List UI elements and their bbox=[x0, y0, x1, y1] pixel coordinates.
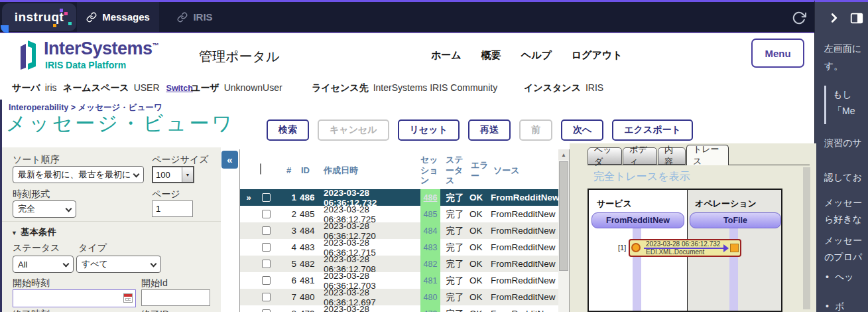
namespace-label: ネームスペース bbox=[63, 82, 129, 93]
row-created: 2023-03-28 06:36:12.725 bbox=[324, 206, 420, 222]
nav-about[interactable]: 概要 bbox=[481, 49, 501, 62]
session-link[interactable]: 483 bbox=[424, 243, 438, 252]
table-scrollbar[interactable]: ▲ bbox=[558, 149, 569, 312]
link-icon bbox=[177, 12, 188, 23]
switch-link[interactable]: Switch bbox=[166, 84, 193, 93]
instruqt-logo[interactable]: instruqt bbox=[2, 3, 76, 31]
row-checkbox[interactable] bbox=[262, 243, 271, 252]
session-link[interactable]: 486 bbox=[424, 193, 438, 202]
refresh-icon[interactable] bbox=[792, 11, 806, 25]
pagesize-combo[interactable]: 100 ▼ bbox=[152, 166, 194, 183]
table-row[interactable]: 8 479 2023-03-28 06:36:12.692 479 完了 OK … bbox=[240, 305, 558, 312]
header-source: ソース bbox=[493, 165, 520, 176]
caret-down-icon: ▼ bbox=[11, 230, 17, 236]
row-checkbox[interactable] bbox=[262, 260, 271, 268]
tab-iris[interactable]: IRIS bbox=[159, 2, 231, 32]
tab-trace[interactable]: トレース bbox=[686, 145, 729, 165]
scrollbar-thumb[interactable] bbox=[559, 161, 568, 271]
instance-value: IRIS bbox=[586, 82, 603, 93]
operation-node[interactable]: ToFile bbox=[690, 212, 781, 228]
session-link[interactable]: 481 bbox=[424, 276, 438, 285]
instruction-text: ボ bbox=[835, 301, 844, 312]
trace-message[interactable]: 2023-03-28 06:36:12.732 EDI.XML.Document bbox=[629, 239, 741, 257]
starttime-input[interactable] bbox=[13, 289, 136, 307]
resend-button[interactable]: 再送 bbox=[468, 119, 511, 141]
row-checkbox[interactable] bbox=[262, 210, 271, 218]
startid-input[interactable] bbox=[141, 289, 210, 306]
session-link[interactable]: 480 bbox=[424, 293, 438, 302]
instruction-text: 演習のサ bbox=[824, 137, 862, 149]
divider bbox=[2, 221, 221, 222]
pagesize-value: 100 bbox=[153, 167, 182, 182]
row-checkbox[interactable] bbox=[262, 276, 271, 285]
sort-select[interactable]: 最新を最初に、最古を最初に bbox=[13, 166, 144, 183]
namespace-value: USER bbox=[134, 82, 160, 93]
detail-scrollbar[interactable] bbox=[803, 167, 810, 309]
row-id: 480 bbox=[300, 289, 322, 305]
type-select[interactable]: すべて bbox=[76, 256, 161, 273]
basic-criteria-section[interactable]: ▼基本条件 bbox=[11, 226, 56, 238]
reset-button[interactable]: リセット bbox=[398, 119, 460, 141]
row-checkbox[interactable] bbox=[262, 293, 271, 301]
status-value: All bbox=[18, 260, 27, 270]
nav-logout[interactable]: ログアウト bbox=[572, 49, 623, 62]
show-full-trace-link[interactable]: 完全トレースを表示 bbox=[593, 170, 690, 184]
search-button[interactable]: 検索 bbox=[267, 119, 309, 141]
timeformat-select[interactable]: 完全 bbox=[13, 200, 76, 218]
bullet-icon: • bbox=[826, 301, 829, 311]
tab-contents[interactable]: 内容 bbox=[658, 147, 686, 165]
cancel-button[interactable]: キャンセル bbox=[318, 119, 389, 141]
collapse-sidebar-button[interactable]: « bbox=[221, 151, 238, 169]
table-row[interactable]: 6 481 2023-03-28 06:36:12.703 481 完了 OK … bbox=[240, 272, 558, 289]
session-link[interactable]: 485 bbox=[424, 210, 438, 219]
intersystems-logo-mark bbox=[17, 39, 41, 72]
row-id: 485 bbox=[300, 206, 322, 222]
nav-home[interactable]: ホーム bbox=[431, 49, 462, 62]
page-input[interactable] bbox=[152, 200, 193, 217]
session-link[interactable]: 482 bbox=[424, 260, 438, 269]
scroll-up-icon[interactable]: ▲ bbox=[558, 149, 569, 160]
instruction-text: メッセー bbox=[824, 197, 862, 209]
tab-messages-label: Messages bbox=[102, 11, 150, 23]
server-infobar: サーバiris ネームスペースUSERSwitch ユーザUnknownUser… bbox=[0, 78, 814, 100]
session-link[interactable]: 484 bbox=[424, 226, 438, 236]
service-node[interactable]: FromRedditNew bbox=[591, 212, 684, 228]
tab-body[interactable]: ボディ bbox=[623, 147, 657, 165]
nav-help[interactable]: ヘルプ bbox=[521, 49, 552, 62]
message-index: [1] bbox=[618, 244, 626, 252]
row-checkbox[interactable] bbox=[262, 309, 271, 312]
row-checkbox[interactable] bbox=[262, 226, 271, 235]
row-created: 2023-03-28 06:36:12.720 bbox=[324, 222, 420, 239]
tab-header[interactable]: ヘッダ bbox=[588, 147, 622, 165]
row-source: FromRedditNew bbox=[491, 189, 557, 206]
previous-button[interactable]: 前 bbox=[519, 119, 552, 141]
row-source: FromRedditNew bbox=[491, 206, 557, 222]
panel-layout-icon[interactable] bbox=[849, 11, 864, 25]
header-session: セッション bbox=[420, 155, 442, 186]
table-row[interactable]: » 1 486 2023-03-28 06:36:12.732 486 完了 O… bbox=[240, 189, 558, 206]
table-row[interactable]: 2 485 2023-03-28 06:36:12.725 485 完了 OK … bbox=[240, 206, 558, 222]
session-link[interactable]: 479 bbox=[424, 309, 438, 312]
table-row[interactable]: 5 482 2023-03-28 06:36:12.708 482 完了 OK … bbox=[240, 256, 558, 272]
table-row[interactable]: 3 484 2023-03-28 06:36:12.720 484 完了 OK … bbox=[240, 222, 558, 239]
instruqt-logo-text: instruqt bbox=[15, 10, 64, 25]
row-source: FromRedditNew bbox=[491, 272, 557, 289]
row-error: OK bbox=[469, 206, 489, 222]
export-button[interactable]: エクスポート bbox=[612, 119, 693, 141]
instance-label: インスタンス bbox=[524, 82, 581, 93]
row-checkbox[interactable] bbox=[262, 193, 271, 202]
portal-header: InterSystems™ IRIS Data Platform 管理ポータル … bbox=[0, 33, 814, 78]
chevron-right-icon[interactable] bbox=[827, 11, 841, 25]
calendar-icon[interactable] bbox=[123, 293, 133, 303]
blockquote-border bbox=[824, 86, 826, 124]
intersystems-brand: InterSystems™ bbox=[44, 39, 158, 59]
tab-messages[interactable]: Messages bbox=[77, 2, 159, 32]
dropdown-arrow-icon[interactable]: ▼ bbox=[182, 167, 193, 182]
chevron-down-icon bbox=[151, 261, 157, 268]
select-all-checkbox[interactable] bbox=[260, 163, 261, 175]
status-select[interactable]: All bbox=[13, 256, 74, 273]
table-row[interactable]: 4 483 2023-03-28 06:36:12.715 483 完了 OK … bbox=[240, 239, 558, 256]
table-row[interactable]: 7 480 2023-03-28 06:36:12.697 480 完了 OK … bbox=[240, 289, 558, 305]
menu-button[interactable]: Menu bbox=[751, 39, 804, 68]
next-button[interactable]: 次へ bbox=[561, 119, 603, 141]
